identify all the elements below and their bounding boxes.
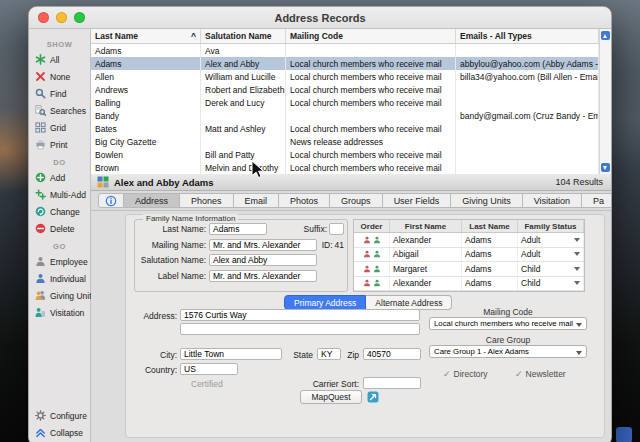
table-row[interactable]: Allen William and Lucille Local church m… [91, 70, 599, 83]
sidebar-item-none[interactable]: None [29, 68, 90, 85]
titlebar[interactable]: Address Records [29, 7, 611, 29]
sidebar-item-change[interactable]: Change [29, 203, 90, 220]
tab-visitation[interactable]: Visitation [523, 193, 582, 208]
scroll-up-button[interactable] [601, 31, 610, 40]
sidebar-item-configure[interactable]: Configure [29, 407, 90, 424]
column-header-order[interactable]: Order [354, 220, 390, 232]
sidebar-section-show: SHOW [29, 40, 90, 49]
sidebar-item-label: Find [50, 89, 67, 99]
zoom-window-button[interactable] [74, 12, 85, 23]
mailing-name-field[interactable]: Mr. and Mrs. Alexander [209, 239, 317, 251]
newsletter-checkbox[interactable]: ✓Newsletter [515, 369, 566, 379]
member-row[interactable]: Abigail Adams Adult [354, 248, 584, 263]
table-row[interactable]: Adams Ava [91, 44, 599, 57]
family-status-select[interactable]: Child [518, 262, 584, 276]
id-value: 41 [335, 240, 344, 250]
last-name-field[interactable]: Adams [209, 223, 267, 235]
sidebar-item-label: Collapse [50, 428, 83, 438]
mapquest-button[interactable]: MapQuest [300, 390, 362, 404]
tab-groups[interactable]: Groups [330, 193, 383, 208]
cell-salutation: Robert and Elizabeth [201, 83, 286, 96]
column-header-family-status[interactable]: Family Status [518, 220, 584, 232]
address-line2-field[interactable] [180, 323, 420, 335]
column-header-emails[interactable]: Emails - All Types [456, 29, 599, 43]
column-header-mailing-code[interactable]: Mailing Code [286, 29, 456, 43]
column-header-last-name[interactable]: Last Name^ [91, 29, 201, 43]
sidebar-item-label: Grid [50, 123, 66, 133]
family-status-select[interactable]: Adult [518, 248, 584, 262]
city-field[interactable]: Little Town [180, 348, 282, 360]
cell-salutation: Alex and Abby [201, 57, 286, 70]
family-status-select[interactable]: Adult [518, 233, 584, 247]
table-row[interactable]: Big City Gazette News release addresses [91, 135, 599, 148]
tab-photos[interactable]: Photos [279, 193, 330, 208]
column-header-last-name[interactable]: Last Name [462, 220, 518, 232]
care-group-dropdown[interactable]: Care Group 1 - Alex Adams [429, 345, 587, 358]
minimize-window-button[interactable] [56, 12, 67, 23]
cell-mailing-code: Local church members who receive mail [286, 70, 456, 83]
primary-address-button[interactable]: Primary Address [284, 295, 366, 310]
scroll-down-button[interactable] [601, 163, 610, 172]
member-row[interactable]: Alexander Adams Child [354, 277, 584, 292]
address-line1-field[interactable]: 1576 Curtis Way [180, 309, 420, 321]
cell-mailing-code: Local church members who receive mail [286, 83, 456, 96]
tab-address[interactable]: Address [124, 193, 180, 208]
table-row[interactable]: Bowlen Bill and Patty Local church membe… [91, 148, 599, 161]
cell-emails [456, 161, 599, 174]
state-field[interactable]: KY [317, 348, 341, 360]
sort-indicator: ^ [191, 31, 196, 41]
mapquest-icon[interactable] [367, 391, 379, 403]
suffix-field[interactable] [329, 223, 344, 235]
label-name-field[interactable]: Mr. and Mrs. Alexander [209, 270, 317, 282]
sidebar-item-label: Add [50, 173, 65, 183]
table-row[interactable]: Andrews Robert and Elizabeth Local churc… [91, 83, 599, 96]
chevron-down-icon [574, 252, 580, 256]
directory-checkbox[interactable]: ✓Directory [443, 369, 488, 379]
sidebar-item-individual[interactable]: Individual [29, 270, 90, 287]
person-icon [373, 265, 381, 273]
tab-giving-units[interactable]: Giving Units [451, 193, 523, 208]
mailing-code-dropdown[interactable]: Local church members who receive mail [429, 317, 587, 330]
sidebar-item-searches[interactable]: Searches [29, 102, 90, 119]
zip-field[interactable]: 40570 [363, 348, 421, 360]
table-row[interactable]: Balling Derek and Lucy Local church memb… [91, 96, 599, 109]
close-window-button[interactable] [38, 12, 49, 23]
table-row[interactable]: Bandy bandy@gmail.com (Cruz Bandy - Emai… [91, 109, 599, 122]
column-header-salutation-name[interactable]: Salutation Name [201, 29, 286, 43]
tab-pa-truncated[interactable]: Pa [582, 193, 611, 208]
sidebar-item-delete[interactable]: Delete [29, 220, 90, 237]
table-row-selected[interactable]: Adams Alex and Abby Local church members… [91, 57, 599, 70]
sidebar-item-multi-add[interactable]: Multi-Add [29, 186, 90, 203]
traffic-lights [38, 7, 85, 28]
tab-info[interactable] [98, 193, 124, 208]
salutation-name-field[interactable]: Alex and Abby [209, 254, 317, 266]
sidebar-item-all[interactable]: All [29, 51, 90, 68]
sidebar-item-add[interactable]: Add [29, 169, 90, 186]
tab-user-fields[interactable]: User Fields [383, 193, 452, 208]
sidebar-item-label: Giving Unit [50, 291, 92, 301]
cell-last-name: Allen [91, 70, 201, 83]
table-row[interactable]: Bates Matt and Ashley Local church membe… [91, 122, 599, 135]
cell-last-name: Adams [91, 57, 201, 70]
column-header-first-name[interactable]: First Name [390, 220, 462, 232]
sidebar-item-collapse[interactable]: Collapse [29, 424, 90, 441]
country-field[interactable]: US [180, 363, 238, 375]
sidebar-item-visitation[interactable]: Visitation [29, 304, 90, 321]
sidebar-item-grid[interactable]: Grid [29, 119, 90, 136]
tab-phones[interactable]: Phones [180, 193, 234, 208]
carrier-sort-field[interactable] [363, 377, 421, 389]
mouse-cursor [251, 160, 265, 180]
sidebar-item-label: Searches [50, 106, 86, 116]
table-row[interactable]: Brown Melvin and Dorothy Local church me… [91, 161, 599, 174]
sidebar-item-find[interactable]: Find [29, 85, 90, 102]
member-row[interactable]: Alexander Adams Adult [354, 233, 584, 248]
family-status-select[interactable]: Child [518, 277, 584, 291]
tab-email[interactable]: Email [234, 193, 280, 208]
member-row[interactable]: Margaret Adams Child [354, 262, 584, 277]
address-segmented-control: Primary Address Alternate Address [284, 295, 452, 310]
sidebar-item-giving-unit[interactable]: Giving Unit [29, 287, 90, 304]
records-scrollbar[interactable] [599, 29, 611, 174]
sidebar-item-employee[interactable]: Employee [29, 253, 90, 270]
certified-button[interactable]: Certified [191, 379, 223, 389]
sidebar-item-print[interactable]: Print [29, 136, 90, 153]
